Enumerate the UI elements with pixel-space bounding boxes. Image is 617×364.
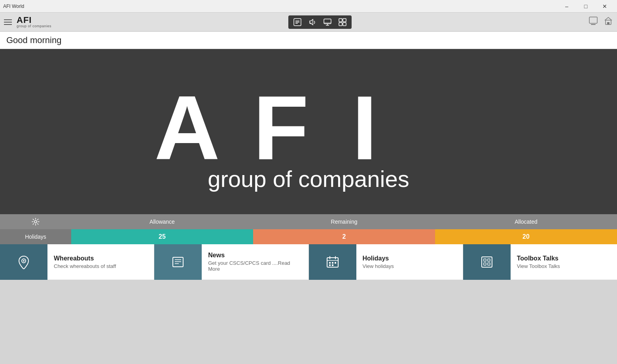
- holidays-title: Holidays: [363, 255, 456, 262]
- svg-rect-38: [488, 259, 490, 261]
- greeting-text: Good morning: [6, 35, 61, 45]
- svg-rect-32: [332, 262, 333, 264]
- toolbox-icon-area: [463, 244, 511, 280]
- svg-rect-11: [343, 23, 346, 26]
- toolbar-center: [288, 15, 352, 29]
- toolbox-talks-tile[interactable]: Toolbox Talks View Toolbox Talks: [463, 244, 617, 280]
- afi-logo: AFI group of companies: [17, 16, 51, 28]
- holidays-text: Holidays View holidays: [356, 244, 463, 280]
- svg-rect-23: [173, 257, 183, 267]
- svg-rect-12: [589, 17, 597, 23]
- whereabouts-desc: Check whereabouts of staff: [54, 263, 148, 269]
- stats-gear-icon: [0, 218, 71, 226]
- toolbox-talks-desc: View Toolbox Talks: [517, 263, 611, 269]
- svg-rect-9: [343, 19, 346, 22]
- news-title: News: [208, 252, 302, 259]
- svg-rect-31: [329, 262, 331, 264]
- svg-text:A: A: [154, 77, 220, 179]
- toolbar-icon-2[interactable]: [308, 18, 317, 26]
- svg-point-22: [23, 260, 25, 262]
- home-icon[interactable]: [604, 16, 613, 28]
- app-title: AFI World: [3, 4, 24, 9]
- svg-point-20: [34, 221, 37, 223]
- whereabouts-text: Whereabouts Check whereabouts of staff: [47, 244, 154, 280]
- svg-rect-39: [484, 263, 486, 265]
- logo-subtext: group of companies: [17, 25, 51, 28]
- svg-rect-8: [339, 19, 342, 22]
- toolbox-talks-text: Toolbox Talks View Toolbox Talks: [511, 244, 617, 280]
- logo-text: AFI: [17, 16, 51, 25]
- maximize-button[interactable]: □: [577, 0, 595, 13]
- svg-rect-40: [488, 263, 490, 265]
- toolbar-icon-1[interactable]: [293, 18, 302, 26]
- svg-rect-10: [339, 23, 342, 26]
- hero-banner: A F I group of companies: [0, 49, 617, 214]
- stats-value-row: Holidays 25 2 20: [0, 229, 617, 244]
- toolbox-talks-title: Toolbox Talks: [517, 255, 611, 262]
- holidays-icon-area: [309, 244, 356, 280]
- notification-icon[interactable]: [589, 16, 598, 28]
- svg-rect-36: [482, 257, 492, 267]
- svg-rect-13: [591, 24, 596, 25]
- hamburger-menu-button[interactable]: [4, 19, 12, 25]
- allowance-value-cell: 25: [71, 229, 253, 244]
- whereabouts-icon-area: [0, 244, 47, 280]
- title-bar: AFI World – □ ✕: [0, 0, 617, 13]
- holidays-label-cell: Holidays: [0, 229, 71, 244]
- title-bar-controls: – □ ✕: [558, 0, 614, 13]
- allocated-value-cell: 20: [435, 229, 617, 244]
- minimize-button[interactable]: –: [558, 0, 576, 13]
- holidays-desc: View holidays: [363, 263, 456, 269]
- menu-bar: AFI group of companies: [0, 13, 617, 32]
- svg-text:group of companies: group of companies: [208, 166, 409, 192]
- news-icon-area: [154, 244, 202, 280]
- allocated-header: Allocated: [435, 219, 617, 225]
- menu-bar-right: [589, 16, 613, 28]
- news-tile[interactable]: News Get your CSCS/CPCS card ....Read Mo…: [154, 244, 308, 280]
- holidays-tile[interactable]: Holidays View holidays: [309, 244, 463, 280]
- toolbar-icon-4[interactable]: [338, 18, 347, 26]
- news-desc: Get your CSCS/CPCS card ....Read More: [208, 260, 302, 272]
- svg-rect-37: [484, 259, 486, 261]
- whereabouts-title: Whereabouts: [54, 255, 148, 262]
- svg-rect-33: [335, 262, 336, 264]
- svg-rect-34: [329, 264, 331, 266]
- news-text: News Get your CSCS/CPCS card ....Read Mo…: [202, 244, 308, 280]
- toolbar-icon-3[interactable]: [323, 18, 332, 26]
- title-bar-left: AFI World: [3, 4, 24, 9]
- whereabouts-tile[interactable]: Whereabouts Check whereabouts of staff: [0, 244, 154, 280]
- allowance-header: Allowance: [71, 219, 253, 225]
- remaining-value-cell: 2: [253, 229, 435, 244]
- close-button[interactable]: ✕: [596, 0, 614, 13]
- remaining-header: Remaining: [253, 219, 435, 225]
- tiles-row: Whereabouts Check whereabouts of staff N…: [0, 244, 617, 280]
- svg-rect-35: [332, 264, 333, 266]
- svg-rect-15: [607, 22, 609, 25]
- svg-text:I: I: [352, 77, 377, 179]
- hero-logo-svg: A F I group of companies: [150, 68, 467, 195]
- svg-text:F: F: [253, 77, 309, 179]
- menu-bar-left: AFI group of companies: [4, 16, 51, 28]
- greeting-bar: Good morning: [0, 32, 617, 49]
- stats-header-row: Allowance Remaining Allocated: [0, 214, 617, 229]
